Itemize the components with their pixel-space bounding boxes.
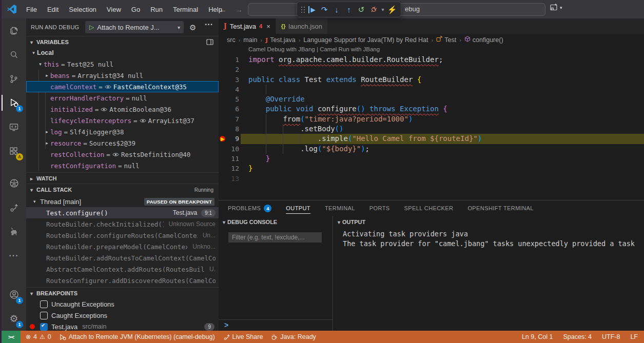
hot-code-replace-icon[interactable]: ⚡	[386, 3, 398, 16]
variable-row-restConfiguration[interactable]: restConfiguration=null	[26, 160, 219, 171]
code-line-9[interactable]: ▶9 .simple("Hello Camel from ${routeId}"…	[219, 134, 644, 144]
call-stack-frame[interactable]: RoutesConfigurer.addDiscoveredRoutes(Cam…	[26, 275, 219, 286]
menu-selection[interactable]: Selection	[64, 4, 101, 15]
breadcrumb-item[interactable]: Language Support for Java(TM) by Red Hat	[303, 36, 428, 44]
lazy-eval-eye-icon[interactable]	[101, 107, 107, 112]
code-line-6[interactable]: 6 public void configure() throws Excepti…	[219, 104, 644, 114]
lazy-eval-eye-icon[interactable]	[105, 85, 111, 89]
code-line-12[interactable]: 12}	[219, 164, 644, 173]
variable-row-camelContext[interactable]: camelContext=FastCamelContext@35	[26, 81, 219, 92]
step-out-icon[interactable]: ↑	[343, 3, 355, 16]
panel-tab-output[interactable]: OUTPUT	[286, 200, 310, 216]
tree-chevron-icon[interactable]: ▾	[37, 62, 44, 67]
activity-camel-icon[interactable]	[2, 219, 26, 244]
code-line-4[interactable]: 4	[219, 85, 644, 94]
breakpoint-row[interactable]: Uncaught Exceptions	[26, 298, 219, 310]
call-stack-frame[interactable]: AbstractCamelContext.addRoutes(RoutesBui…	[26, 264, 219, 275]
breakpoint-row[interactable]: Test.javasrc/main9	[26, 321, 219, 331]
activity-remote-explorer-icon[interactable]	[2, 115, 26, 139]
tree-chevron-icon[interactable]: ▸	[44, 140, 50, 146]
output-log[interactable]: Activating task providers javaThe task p…	[343, 229, 644, 249]
call-stack-frame[interactable]: RouteBuilder.addRoutesToCamelContext(Cam…	[26, 252, 219, 264]
breakpoint-checkbox[interactable]	[40, 312, 48, 319]
variables-section-header[interactable]: ▾ VARIABLES	[26, 36, 219, 48]
breadcrumb-item[interactable]: configure()	[464, 36, 503, 44]
menu-run[interactable]: Run	[145, 4, 168, 15]
code-line-5[interactable]: 5 @Override	[219, 94, 644, 104]
chevron-down-icon[interactable]: ▾	[380, 3, 386, 16]
lazy-eval-eye-icon[interactable]	[112, 152, 119, 157]
variable-row-Local[interactable]: ▾Local	[26, 47, 219, 58]
call-stack-frame[interactable]: Test.configure()Test.java9:1	[26, 207, 219, 218]
breakpoint-row[interactable]: Caught Exceptions	[26, 310, 219, 321]
activity-more-icon[interactable]: ···	[2, 244, 26, 268]
cursor-position[interactable]: Ln 9, Col 1	[522, 333, 553, 340]
activity-explorer-icon[interactable]	[2, 18, 26, 43]
forward-icon[interactable]: →	[235, 5, 243, 14]
code-line-7[interactable]: 7 from("timer:java?period=1000")	[219, 114, 644, 124]
activity-search-icon[interactable]	[2, 43, 26, 67]
variable-row-restCollection[interactable]: restCollection=RestsDefinition@40	[26, 149, 219, 160]
java-status[interactable]: Java: Ready	[271, 333, 316, 340]
tab-test-java[interactable]: J Test.java 4 ×	[219, 18, 276, 34]
breadcrumb-item[interactable]: Test	[436, 36, 456, 44]
breadcrumb-item[interactable]: JTest.java	[265, 36, 296, 44]
code-line-1[interactable]: 1import org.apache.camel.builder.RouteBu…	[219, 55, 644, 65]
code-area[interactable]: 1import org.apache.camel.builder.RouteBu…	[219, 55, 644, 184]
gripper-icon[interactable]	[300, 3, 306, 16]
menu-file[interactable]: File	[21, 4, 42, 15]
step-over-icon[interactable]: ↷	[318, 3, 330, 16]
breadcrumb-item[interactable]: src	[227, 36, 236, 44]
code-line-11[interactable]: 11 }	[219, 154, 644, 164]
eol-setting[interactable]: LF	[630, 333, 638, 340]
menu-terminal[interactable]: Terminal	[168, 4, 203, 15]
call-stack-frame[interactable]: RouteBuilder.checkInitialized()Unknown S…	[26, 218, 219, 230]
variable-row-initialized[interactable]: initialized=AtomicBoolean@36	[26, 104, 219, 115]
open-panel-icon[interactable]	[206, 39, 213, 45]
code-line-2[interactable]: 2	[219, 65, 644, 74]
output-header[interactable]: ▾ OUTPUT	[338, 216, 365, 228]
activity-accounts-icon[interactable]: 1	[2, 283, 26, 307]
remote-indicator[interactable]: ><	[2, 331, 21, 343]
pane-divider[interactable]	[333, 216, 333, 331]
breadcrumb-item[interactable]: main	[243, 36, 257, 44]
variable-row-lifecycleInterceptors[interactable]: lifecycleInterceptors=ArrayList@37	[26, 115, 219, 126]
panel-tab-ports[interactable]: PORTS	[369, 200, 390, 216]
more-actions-icon[interactable]: ···	[205, 20, 213, 29]
activity-settings-icon[interactable]: ⚙1	[2, 307, 26, 331]
activity-extensions-icon[interactable]: ⚠	[2, 139, 26, 163]
activity-source-control-icon[interactable]	[2, 67, 26, 91]
panel-tab-problems[interactable]: PROBLEMS4	[228, 200, 271, 216]
debug-console-repl[interactable]: >	[219, 319, 333, 331]
encoding-setting[interactable]: UTF-8	[602, 333, 620, 340]
start-debug-icon[interactable]: ▷	[89, 24, 94, 31]
step-into-icon[interactable]: ↓	[330, 3, 343, 16]
menu-view[interactable]: View	[102, 4, 126, 15]
editor-layout-button[interactable]: ▾	[550, 3, 562, 12]
breakpoint-checkbox[interactable]	[40, 323, 48, 331]
debug-console-header[interactable]: ▾ DEBUG CONSOLE	[223, 216, 328, 228]
code-line-8[interactable]: 8 .setBody()	[219, 124, 644, 134]
variable-row-beans[interactable]: ▸beans=ArrayList@34 null	[26, 70, 219, 81]
thread-row[interactable]: ▾ Thread [main] PAUSED ON BREAKPOINT	[26, 196, 219, 207]
activity-live-share-icon[interactable]	[2, 195, 26, 219]
code-line-13[interactable]: 13	[219, 174, 644, 184]
lazy-eval-eye-icon[interactable]	[140, 118, 146, 123]
panel-tab-terminal[interactable]: TERMINAL	[325, 200, 355, 216]
activity-run-and-debug-icon[interactable]: 1	[2, 91, 26, 115]
call-stack-section-header[interactable]: ▾ CALL STACK Running	[26, 184, 219, 195]
problems-status[interactable]: ⊗ 4 ⚠ 0	[26, 333, 51, 340]
back-icon[interactable]: ←	[219, 5, 227, 14]
launch-config-dropdown[interactable]: ▷ Attach to Remote J... ▾	[85, 21, 184, 33]
variable-row-errorHandlerFactory[interactable]: errorHandlerFactory=null	[26, 92, 219, 104]
codelens-actions[interactable]: Camel Debug with JBang | Camel Run with …	[248, 46, 380, 55]
code-line-3[interactable]: 3public class Test extends RouteBuilder …	[219, 75, 644, 85]
tree-chevron-icon[interactable]: ▾	[30, 50, 37, 55]
continue-icon[interactable]: ▶	[306, 3, 318, 16]
indentation-setting[interactable]: Spaces: 4	[563, 333, 592, 340]
variable-row-log[interactable]: ▸log=Slf4jLogger@38	[26, 126, 219, 137]
call-stack-frame[interactable]: RouteBuilder.prepareModel(CamelContext)U…	[26, 241, 219, 252]
live-share-status[interactable]: Live Share	[223, 333, 263, 340]
gear-icon[interactable]: ⚙	[189, 23, 196, 32]
tab-launch-json[interactable]: {} launch.json	[276, 18, 328, 34]
